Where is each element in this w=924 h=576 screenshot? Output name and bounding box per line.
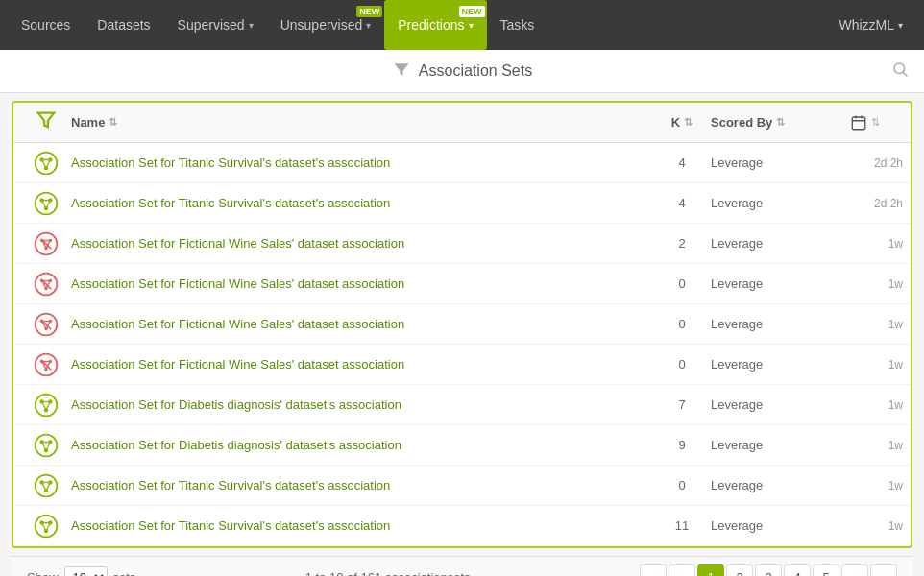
table-row: Association Set for Titanic Survival's d… <box>13 466 911 506</box>
row-scored-by: Leverage <box>711 518 826 533</box>
row-icon <box>21 190 71 217</box>
table-row: Association Set for Titanic Survival's d… <box>13 506 911 546</box>
row-name[interactable]: Association Set for Fictional Wine Sales… <box>71 276 653 291</box>
page-info: 1 to 10 of 161 associationsets <box>135 570 640 576</box>
page-btn-4[interactable]: 4 <box>784 564 811 577</box>
nav-predictions-badge: NEW <box>459 6 485 17</box>
search-icon[interactable] <box>891 60 909 82</box>
row-scored-by: Leverage <box>711 236 826 251</box>
row-k: 9 <box>653 438 711 452</box>
row-name[interactable]: Association Set for Diabetis diagnosis' … <box>71 438 653 452</box>
th-scored-label: Scored By <box>711 115 772 130</box>
nav-predictions-arrow: ▾ <box>469 20 474 31</box>
row-scored-by: Leverage <box>711 357 826 372</box>
row-name[interactable]: Association Set for Fictional Wine Sales… <box>71 357 653 372</box>
row-k: 0 <box>653 276 711 291</box>
page-title: Association Sets <box>419 62 532 80</box>
page-nav: « ‹ 1 2 3 4 5 › » <box>640 564 897 577</box>
assoc-icon <box>33 432 60 459</box>
page-next-btn[interactable]: › <box>841 564 868 577</box>
nav-datasets[interactable]: Datasets <box>84 0 163 50</box>
navbar: Sources Datasets Supervised ▾ Unsupervis… <box>0 0 924 50</box>
row-date: 1w <box>826 398 903 412</box>
nav-supervised-label: Supervised <box>178 17 245 33</box>
nav-tasks[interactable]: Tasks <box>487 0 548 50</box>
row-name[interactable]: Association Set for Titanic Survival's d… <box>71 478 653 492</box>
row-name[interactable]: Association Set for Fictional Wine Sales… <box>71 317 653 331</box>
row-k: 4 <box>653 196 711 210</box>
row-date: 1w <box>826 439 903 452</box>
nav-user-label: WhizzML <box>839 17 894 33</box>
assoc-icon <box>33 392 60 419</box>
row-icon <box>21 351 71 378</box>
nav-tasks-label: Tasks <box>500 17 535 33</box>
svg-line-72 <box>46 482 50 491</box>
table-row: Association Set for Fictional Wine Sales… <box>13 304 911 345</box>
calendar-icon <box>850 114 867 132</box>
row-date: 1w <box>826 237 903 251</box>
svg-line-78 <box>42 522 46 531</box>
table-row: Association Set for Fictional Wine Sales… <box>13 224 911 264</box>
th-k-label: K <box>671 115 680 130</box>
table-container: Name ⇅ K ⇅ Scored By ⇅ ⇅ <box>12 101 912 548</box>
nav-supervised[interactable]: Supervised ▾ <box>164 0 267 50</box>
row-icon <box>21 472 71 499</box>
table-row: Association Set for Titanic Survival's d… <box>13 143 911 183</box>
pagination: Show 10 25 50 sets 1 to 10 of 161 associ… <box>12 556 912 576</box>
row-icon <box>21 432 71 459</box>
table-body: Association Set for Titanic Survival's d… <box>13 143 911 546</box>
page-btn-3[interactable]: 3 <box>755 564 782 577</box>
row-name[interactable]: Association Set for Titanic Survival's d… <box>71 196 653 210</box>
row-scored-by: Leverage <box>711 156 826 170</box>
show-label: Show <box>27 570 59 576</box>
row-k: 0 <box>653 478 711 492</box>
svg-line-18 <box>42 200 46 208</box>
th-date-sort: ⇅ <box>871 116 880 129</box>
th-k[interactable]: K ⇅ <box>653 115 711 130</box>
row-name[interactable]: Association Set for Fictional Wine Sales… <box>71 236 653 251</box>
nav-predictions[interactable]: Predictions ▾ NEW <box>384 0 486 50</box>
row-scored-by: Leverage <box>711 397 826 412</box>
row-k: 4 <box>653 156 711 170</box>
row-scored-by: Leverage <box>711 276 826 291</box>
nav-unsupervised-badge: NEW <box>356 6 382 17</box>
svg-line-65 <box>46 442 50 450</box>
per-page-select[interactable]: 10 25 50 <box>64 566 108 576</box>
assoc-error-icon <box>33 271 60 298</box>
nav-datasets-label: Datasets <box>97 17 150 33</box>
nav-supervised-arrow: ▾ <box>249 20 254 31</box>
assoc-icon <box>33 472 60 499</box>
table-row: Association Set for Diabetis diagnosis' … <box>13 425 911 466</box>
row-name[interactable]: Association Set for Titanic Survival's d… <box>71 156 653 170</box>
table-row: Association Set for Diabetis diagnosis' … <box>13 385 911 425</box>
page-btn-1[interactable]: 1 <box>697 564 724 577</box>
svg-line-12 <box>46 159 50 168</box>
svg-line-1 <box>903 72 907 76</box>
page-btn-5[interactable]: 5 <box>813 564 839 577</box>
th-scored-by[interactable]: Scored By ⇅ <box>711 115 826 130</box>
assoc-icon <box>33 150 60 177</box>
th-name[interactable]: Name ⇅ <box>71 115 653 130</box>
row-date: 1w <box>826 479 903 492</box>
page-last-btn[interactable]: » <box>870 564 897 577</box>
row-name[interactable]: Association Set for Titanic Survival's d… <box>71 518 653 533</box>
nav-unsupervised[interactable]: Unsupervised ▾ NEW <box>267 0 385 50</box>
page-btn-2[interactable]: 2 <box>726 564 753 577</box>
row-scored-by: Leverage <box>711 478 826 492</box>
th-filter[interactable] <box>21 109 71 135</box>
row-date: 1w <box>826 358 903 372</box>
svg-line-19 <box>46 200 50 208</box>
page-first-btn[interactable]: « <box>640 564 667 577</box>
th-date[interactable]: ⇅ <box>826 114 903 132</box>
row-name[interactable]: Association Set for Diabetis diagnosis' … <box>71 397 653 412</box>
nav-user-arrow: ▾ <box>898 20 903 31</box>
page-prev-btn[interactable]: ‹ <box>669 564 695 577</box>
row-scored-by: Leverage <box>711 438 826 452</box>
nav-user[interactable]: WhizzML ▾ <box>825 17 916 33</box>
nav-sources[interactable]: Sources <box>8 0 84 50</box>
row-date: 2d 2h <box>826 197 903 210</box>
row-scored-by: Leverage <box>711 196 826 210</box>
svg-line-58 <box>46 401 50 410</box>
svg-rect-3 <box>852 117 865 130</box>
svg-point-14 <box>36 192 58 214</box>
